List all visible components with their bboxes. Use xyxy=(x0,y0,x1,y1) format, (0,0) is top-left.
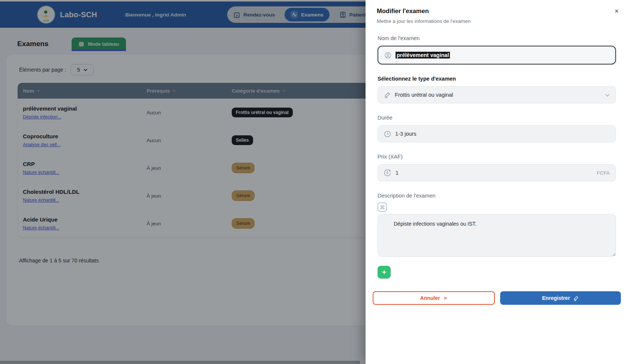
x-icon: ✕ xyxy=(443,295,447,301)
command-icon: ⌘ xyxy=(378,202,387,212)
exam-name-input[interactable]: prélèvement vaginal xyxy=(378,46,616,64)
drawer-form: Nom de l'examen prélèvement vaginal Séle… xyxy=(366,35,628,279)
clock-icon xyxy=(384,130,391,138)
exam-type-label: Sélectionnez le type d'examen xyxy=(378,76,616,82)
exam-name-label: Nom de l'examen xyxy=(378,35,616,41)
duration-value: 1-3 jours xyxy=(395,131,416,137)
save-label: Enregistrer xyxy=(542,295,570,301)
save-button[interactable]: Enregistrer xyxy=(500,291,621,305)
drawer-title: Modifier l'examen xyxy=(377,7,617,15)
currency-suffix: FCFA xyxy=(597,170,610,176)
drawer-header: Modifier l'examen Mettre à jour les info… xyxy=(366,7,628,24)
close-icon[interactable]: ✕ xyxy=(614,8,619,14)
price-value: 1 xyxy=(396,170,592,176)
add-button[interactable]: + xyxy=(378,266,391,279)
duration-label: Durée xyxy=(378,115,616,121)
svg-text:$: $ xyxy=(387,171,388,175)
exam-name-value: prélèvement vaginal xyxy=(396,52,450,58)
price-input[interactable]: $ 1 FCFA xyxy=(378,164,616,181)
exam-type-select[interactable]: Frottis urétral ou vaginal xyxy=(378,86,616,103)
exam-type-value: Frottis urétral ou vaginal xyxy=(395,92,453,98)
description-textarea[interactable]: Dépiste infections vaginales ou IST. xyxy=(378,214,616,257)
drawer-footer: Annuler ✕ Enregistrer xyxy=(366,291,628,305)
chevron-down-icon xyxy=(605,92,610,98)
pencil-icon xyxy=(573,295,579,301)
edit-exam-drawer: Modifier l'examen Mettre à jour les info… xyxy=(366,0,628,364)
user-circle-icon xyxy=(384,52,391,59)
coin-icon: $ xyxy=(384,169,391,177)
cancel-label: Annuler xyxy=(420,295,440,301)
duration-input[interactable]: 1-3 jours xyxy=(378,125,616,142)
price-label: Prix (XAF) xyxy=(378,154,616,160)
app-screen: SCH Labo-SCH Bienvenue , Ingrid Admin 8 … xyxy=(0,0,628,364)
pencil-icon xyxy=(384,91,391,98)
cancel-button[interactable]: Annuler ✕ xyxy=(373,291,495,305)
drawer-subtitle: Mettre à jour les informations de l'exam… xyxy=(377,18,617,24)
description-label: Description de l'examen xyxy=(378,193,616,199)
